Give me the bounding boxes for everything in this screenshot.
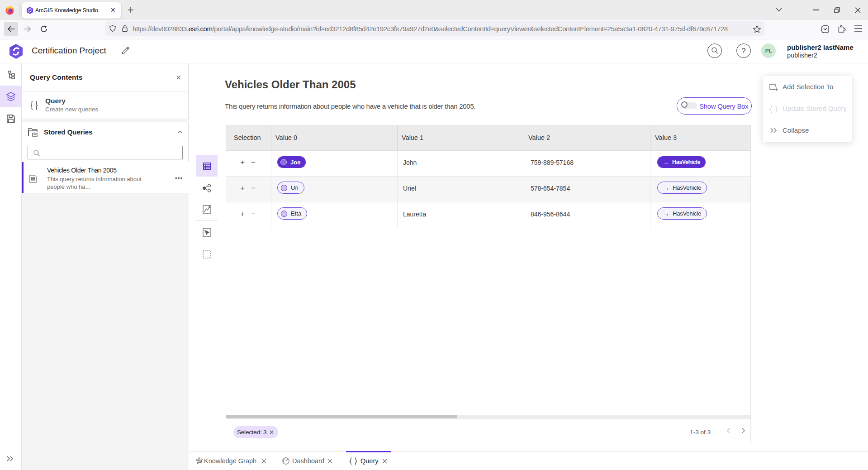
svg-text:?: ?: [741, 47, 745, 55]
